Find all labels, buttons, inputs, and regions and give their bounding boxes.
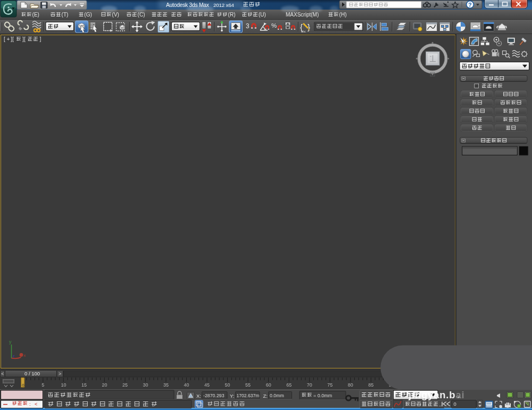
svg-text:<: < [1, 371, 4, 376]
svg-text:-2870.293: -2870.293 [203, 393, 225, 398]
svg-text:][: ][ [22, 36, 26, 42]
svg-text:Y:: Y: [230, 393, 234, 399]
svg-text:[: [ [4, 36, 5, 42]
svg-text:+: + [7, 36, 10, 42]
svg-text:10: 10 [61, 382, 66, 388]
svg-text:(R): (R) [228, 12, 236, 18]
svg-text:0 / 100: 0 / 100 [24, 371, 40, 376]
svg-text:20: 20 [102, 382, 107, 388]
svg-text:30: 30 [143, 382, 148, 388]
svg-text:45: 45 [204, 382, 210, 388]
svg-text:55: 55 [245, 382, 251, 388]
svg-text:x: x [24, 353, 26, 358]
svg-text:...: ... [439, 402, 444, 407]
svg-text:MAXScript(M): MAXScript(M) [286, 12, 319, 18]
svg-text:Autodesk 3ds Max: Autodesk 3ds Max [166, 2, 210, 8]
svg-text:3: 3 [246, 22, 250, 30]
svg-text:][: ][ [11, 36, 14, 42]
svg-text:(U): (U) [259, 12, 266, 18]
svg-text:y: y [9, 339, 12, 345]
svg-text:1702.637m: 1702.637m [237, 393, 260, 398]
svg-text:]: ] [40, 36, 41, 42]
svg-text::: : [29, 401, 31, 407]
svg-text:?: ? [468, 2, 471, 8]
svg-text:(G): (G) [84, 12, 92, 18]
svg-text:jingyan.bai: jingyan.bai [408, 389, 464, 400]
svg-text:5: 5 [41, 382, 44, 388]
svg-text:75: 75 [327, 382, 332, 388]
svg-text:60: 60 [266, 382, 271, 388]
svg-text:0.0mm: 0.0mm [270, 393, 284, 398]
svg-text:z: z [13, 354, 15, 358]
svg-text:(C): (C) [138, 12, 145, 18]
svg-text:85: 85 [368, 382, 373, 388]
svg-text:>: > [59, 371, 61, 376]
svg-text:80: 80 [348, 382, 353, 388]
svg-text:35: 35 [163, 382, 169, 388]
svg-text:2012 x64: 2012 x64 [213, 2, 234, 8]
svg-text:15: 15 [81, 382, 87, 388]
svg-text:X:: X: [196, 393, 201, 399]
svg-text:0: 0 [454, 401, 456, 407]
svg-text:40: 40 [184, 382, 189, 388]
svg-text:(E): (E) [32, 12, 39, 18]
svg-text:70: 70 [307, 382, 312, 388]
svg-text:%: % [271, 22, 277, 29]
svg-text:(T): (T) [62, 12, 69, 18]
svg-text:(V): (V) [112, 12, 119, 18]
svg-text:65: 65 [286, 382, 292, 388]
svg-text:<: < [35, 401, 37, 407]
svg-text:abc: abc [301, 30, 306, 33]
svg-text:0: 0 [22, 383, 24, 388]
svg-text:= 0.0mm: = 0.0mm [313, 393, 332, 398]
svg-text:Z:: Z: [263, 393, 268, 399]
svg-text:25: 25 [122, 382, 128, 388]
svg-text:50: 50 [225, 382, 230, 388]
svg-text:(H): (H) [339, 12, 347, 18]
